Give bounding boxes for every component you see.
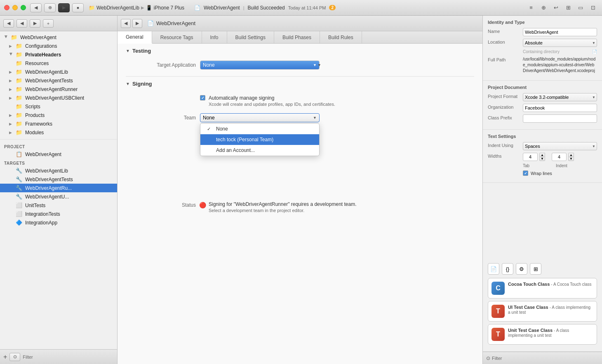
- tab-width-input[interactable]: [523, 153, 538, 161]
- sidebar-add[interactable]: +: [43, 19, 54, 28]
- cocoa-class-icon: C: [491, 282, 505, 295]
- panel-fwd-btn[interactable]: ▶: [132, 19, 142, 28]
- team-option-addaccount[interactable]: Add an Account...: [200, 145, 319, 156]
- class-prefix-input[interactable]: [523, 114, 597, 123]
- sidebar-item-runner[interactable]: ▶ 📁 WebDriverAgentRunner: [0, 85, 117, 93]
- expand-arrow-config: ▶: [9, 44, 13, 48]
- breadcrumb-device[interactable]: 📱 iPhone 7 Plus: [146, 5, 184, 11]
- template-unit-test[interactable]: T Unit Test Case Class - A class impleme…: [488, 324, 597, 345]
- template-icon-bar: 📄 {} ⚙ ⊞: [488, 263, 597, 275]
- toolbar-btn-1[interactable]: ⊕: [44, 3, 56, 12]
- identity-name-row: Name: [488, 28, 597, 36]
- layout-btn-1[interactable]: ▭: [576, 3, 586, 13]
- tab-general[interactable]: General: [118, 31, 152, 44]
- sidebar-nav-fwd[interactable]: ▶: [30, 19, 40, 28]
- sidebar-item-products[interactable]: ▶ 📁 Products: [0, 111, 117, 119]
- sidebar-target-usb[interactable]: 🔧 WebDriverAgentU...: [0, 192, 117, 201]
- template-cocoa-class[interactable]: C Cocoa Touch Class - A Cocoa Touch clas…: [488, 278, 597, 299]
- team-option-techtock[interactable]: tech tock (Personal Team): [200, 134, 319, 145]
- add-item-button[interactable]: +: [3, 353, 7, 361]
- signing-toggle[interactable]: ▼: [126, 82, 130, 86]
- folder-icon-tests: 📁: [16, 77, 22, 84]
- template-ui-test[interactable]: T UI Test Case Class - A class implement…: [488, 301, 597, 322]
- indent-sublabel: Indent: [556, 163, 567, 168]
- tab-build-settings[interactable]: Build Settings: [227, 31, 274, 43]
- indent-using-select[interactable]: Spaces Tabs: [523, 142, 597, 150]
- folder-icon-priv: 📁: [16, 51, 22, 58]
- text-settings-section: Text Settings Indent Using Spaces Tabs W…: [483, 130, 602, 183]
- template-btn-code[interactable]: {}: [502, 263, 513, 275]
- sidebar-item-usb[interactable]: ▶ 📁 WebDriverAgentUSBClient: [0, 93, 117, 102]
- breadcrumb-device-label: iPhone 7 Plus: [154, 5, 184, 11]
- org-input[interactable]: [523, 104, 597, 112]
- target-app-dropdown[interactable]: None ▼: [200, 61, 320, 70]
- sidebar-nav-back[interactable]: ◀: [16, 19, 27, 28]
- tab-resource-tags[interactable]: Resource Tags: [152, 31, 202, 43]
- none-label: None: [216, 126, 228, 132]
- layout-btn-2[interactable]: ⊡: [588, 3, 598, 13]
- testing-toggle[interactable]: ▼: [126, 49, 130, 53]
- tab-up-btn[interactable]: ▲: [539, 153, 545, 157]
- maximize-button[interactable]: [21, 5, 26, 10]
- sidebar-item-frameworks[interactable]: ▶ 📁 Frameworks: [0, 119, 117, 128]
- widths-row: Widths ▲ ▼ ▲ ▼: [488, 153, 597, 161]
- sidebar-item-tests[interactable]: ▶ 📁 WebDriverAgentTests: [0, 76, 117, 85]
- minimize-button[interactable]: [12, 5, 18, 10]
- sidebar-item-configurations[interactable]: ▶ 📁 Configurations: [0, 42, 117, 50]
- breadcrumb-lib[interactable]: 📁 WebDriverAgentLib: [89, 5, 139, 11]
- template-btn-gear[interactable]: ⚙: [516, 263, 527, 275]
- sidebar-filter-toggle[interactable]: ⊙: [9, 353, 20, 361]
- sidebar-target-unit[interactable]: ⬜ UnitTests: [0, 201, 117, 210]
- testing-section-header: ▼ Testing: [126, 48, 474, 54]
- build-status: 📄 WebDriverAgent | Build Succeeded Today…: [194, 5, 336, 11]
- template-btn-file[interactable]: 📄: [488, 263, 499, 275]
- nav-back-button[interactable]: ↩: [551, 3, 561, 13]
- sidebar-item-scripts[interactable]: 📁 Scripts: [0, 102, 117, 111]
- class-prefix-row: Class Prefix: [488, 114, 597, 123]
- tab-build-phases[interactable]: Build Phases: [274, 31, 320, 43]
- team-dropdown-button[interactable]: None ▼: [200, 113, 320, 122]
- tab-info[interactable]: Info: [202, 31, 227, 43]
- sidebar-target-integration[interactable]: ⬜ IntegrationTests: [0, 210, 117, 218]
- sidebar-target-runner[interactable]: 🔧 WebDriverAgentRu...: [0, 184, 117, 192]
- identity-name-input[interactable]: [523, 28, 597, 36]
- build-file-name: WebDriverAgent: [204, 5, 240, 11]
- sidebar-toggle-button[interactable]: ◀: [30, 3, 42, 12]
- tab-build-rules[interactable]: Build Rules: [320, 31, 362, 43]
- sidebar-target-tests[interactable]: 🔧 WebDriverAgentTests: [0, 175, 117, 184]
- indent-down-btn[interactable]: ▼: [568, 157, 574, 161]
- project-format-select[interactable]: Xcode 3.2-compatible: [523, 93, 597, 101]
- sidebar-item-modules[interactable]: ▶ 📁 Modules: [0, 128, 117, 137]
- sidebar-toolbar: ◀ ◀ ▶ +: [0, 16, 117, 31]
- sidebar-toggle[interactable]: ◀: [3, 19, 14, 28]
- wrap-lines-checkbox[interactable]: [523, 170, 528, 176]
- identity-location-select[interactable]: Absolute Relative to Group: [523, 39, 597, 47]
- split-view-button[interactable]: ⊞: [563, 3, 573, 13]
- run-button[interactable]: ▶: [58, 3, 70, 12]
- error-content: Signing for "WebDriverAgentRunner" requi…: [209, 201, 356, 213]
- folder-icon-modules: 📁: [16, 129, 22, 135]
- tab-bar: General Resource Tags Info Build Setting…: [118, 31, 482, 44]
- sidebar-target-lib[interactable]: 🔧 WebDriverAgentLib: [0, 166, 117, 175]
- tab-down-btn[interactable]: ▼: [539, 157, 545, 161]
- panel-back-btn[interactable]: ◀: [121, 19, 131, 28]
- close-button[interactable]: [4, 5, 9, 10]
- sidebar-target-intapp[interactable]: 🔷 IntegrationApp: [0, 218, 117, 227]
- indent-width-input[interactable]: [552, 153, 567, 161]
- sidebar-project-item[interactable]: 📋 WebDriverAgent: [0, 150, 117, 159]
- build-time: Today at 11:44 PM: [288, 5, 326, 10]
- sidebar-item-lib[interactable]: ▶ 📁 WebDriverAgentLib: [0, 68, 117, 76]
- search-button[interactable]: ⊕: [539, 3, 548, 13]
- right-filter-label: Filter: [492, 356, 502, 361]
- template-btn-grid[interactable]: ⊞: [530, 263, 541, 275]
- sidebar-item-privateheaders[interactable]: ▶ 📁 PrivateHeaders: [0, 50, 117, 59]
- auto-signing-checkbox[interactable]: [200, 95, 205, 100]
- team-option-none[interactable]: ✓ None: [200, 124, 319, 134]
- sidebar-item-resources[interactable]: 📁 Resources: [0, 59, 117, 68]
- error-desc: Select a development team in the project…: [209, 208, 356, 213]
- stop-button[interactable]: ■: [72, 3, 84, 12]
- indent-up-btn[interactable]: ▲: [568, 153, 574, 157]
- folder-icon-lib: 📁: [16, 69, 22, 75]
- grid-view-button[interactable]: ≡: [526, 3, 536, 13]
- sidebar-item-webdriveragent[interactable]: ▶ 📁 WebDriverAgent: [0, 33, 117, 42]
